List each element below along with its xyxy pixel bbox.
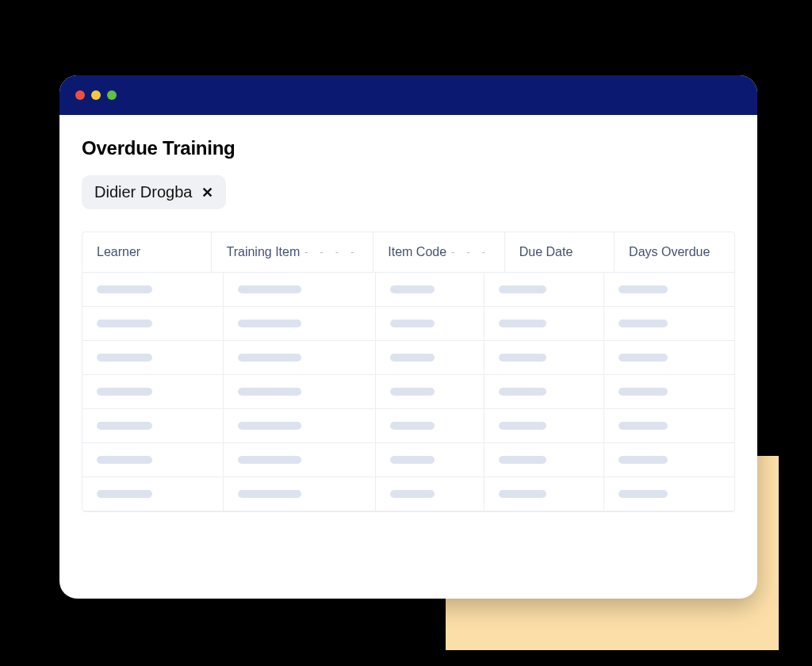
skeleton-placeholder: [97, 456, 152, 464]
window-zoom-dot[interactable]: [107, 90, 117, 100]
col-header-label: Item Code: [388, 245, 446, 259]
skeleton-placeholder: [619, 285, 668, 293]
table-cell: [604, 443, 734, 477]
skeleton-placeholder: [390, 422, 435, 430]
col-header-label: Learner: [97, 245, 140, 259]
skeleton-placeholder: [499, 354, 546, 362]
skeleton-placeholder: [619, 456, 668, 464]
skeleton-placeholder: [499, 285, 546, 293]
col-header-sort-icon: - - - -: [304, 247, 358, 258]
skeleton-placeholder: [390, 388, 435, 396]
skeleton-placeholder: [499, 422, 546, 430]
table-cell: [82, 273, 224, 307]
table-cell: [604, 409, 734, 443]
table-cell: [224, 409, 376, 443]
table-cell: [82, 443, 224, 477]
skeleton-placeholder: [499, 456, 546, 464]
table-cell: [485, 477, 604, 511]
skeleton-placeholder: [390, 490, 435, 498]
table-cell: [82, 409, 224, 443]
page-title: Overdue Training: [82, 137, 735, 159]
col-header-learner[interactable]: Learner: [82, 232, 212, 273]
col-header-due-date[interactable]: Due Date: [505, 232, 615, 273]
table-row[interactable]: [82, 375, 734, 409]
col-header-label: Training Item: [226, 245, 300, 259]
app-window: Overdue Training Didier Drogba ✕ Learner…: [59, 75, 757, 599]
skeleton-placeholder: [390, 456, 435, 464]
col-header-item-code[interactable]: Item Code - - -: [373, 232, 504, 273]
table-row[interactable]: [82, 409, 734, 443]
table-cell: [82, 341, 224, 375]
overdue-training-table: Learner Training Item - - - - Item Code …: [82, 232, 735, 512]
table-cell: [224, 477, 376, 511]
skeleton-placeholder: [238, 320, 301, 327]
table-cell: [82, 375, 224, 409]
table-cell: [224, 307, 376, 341]
skeleton-placeholder: [97, 354, 152, 362]
skeleton-placeholder: [619, 354, 668, 362]
table-row[interactable]: [82, 341, 734, 375]
skeleton-placeholder: [238, 422, 301, 430]
table-cell: [485, 375, 604, 409]
skeleton-placeholder: [619, 388, 668, 396]
table-cell: [604, 375, 734, 409]
col-header-training-item[interactable]: Training Item - - - -: [212, 232, 373, 273]
filter-chip-remove-icon[interactable]: ✕: [201, 186, 213, 200]
table-cell: [376, 477, 485, 511]
skeleton-placeholder: [97, 320, 152, 327]
skeleton-placeholder: [390, 354, 435, 362]
col-header-days-overdue[interactable]: Days Overdue: [615, 232, 734, 273]
window-titlebar: [59, 75, 757, 115]
filter-chip-label: Didier Drogba: [94, 183, 192, 201]
filter-chip-row: Didier Drogba ✕: [82, 175, 735, 209]
table-cell: [485, 273, 604, 307]
table-cell: [376, 307, 485, 341]
table-row[interactable]: [82, 273, 734, 307]
table-row[interactable]: [82, 307, 734, 341]
col-header-label: Due Date: [519, 245, 573, 259]
skeleton-placeholder: [238, 285, 301, 293]
table-row[interactable]: [82, 443, 734, 477]
table-cell: [485, 443, 604, 477]
table-cell: [485, 409, 604, 443]
window-close-dot[interactable]: [75, 90, 85, 100]
table-cell: [376, 273, 485, 307]
skeleton-placeholder: [499, 490, 546, 498]
table-cell: [224, 273, 376, 307]
table-cell: [224, 375, 376, 409]
table-cell: [376, 341, 485, 375]
skeleton-placeholder: [97, 388, 152, 396]
skeleton-placeholder: [499, 320, 546, 327]
skeleton-placeholder: [619, 490, 668, 498]
table-cell: [82, 307, 224, 341]
table-cell: [604, 477, 734, 511]
window-minimize-dot[interactable]: [91, 90, 101, 100]
table-cell: [604, 341, 734, 375]
skeleton-placeholder: [619, 422, 668, 430]
skeleton-placeholder: [390, 285, 435, 293]
table-cell: [376, 409, 485, 443]
table-body: [82, 273, 734, 511]
skeleton-placeholder: [238, 490, 301, 498]
skeleton-placeholder: [238, 456, 301, 464]
table-cell: [224, 341, 376, 375]
table-cell: [485, 307, 604, 341]
table-cell: [376, 375, 485, 409]
skeleton-placeholder: [619, 320, 668, 327]
table-cell: [485, 341, 604, 375]
skeleton-placeholder: [238, 388, 301, 396]
skeleton-placeholder: [97, 422, 152, 430]
skeleton-placeholder: [97, 490, 152, 498]
table-cell: [604, 307, 734, 341]
skeleton-placeholder: [97, 285, 152, 293]
window-content: Overdue Training Didier Drogba ✕ Learner…: [59, 115, 757, 512]
table-cell: [82, 477, 224, 511]
table-header-row: Learner Training Item - - - - Item Code …: [82, 232, 734, 273]
col-header-sort-icon: - - -: [451, 247, 490, 258]
table-row[interactable]: [82, 477, 734, 511]
table-cell: [224, 443, 376, 477]
filter-chip[interactable]: Didier Drogba ✕: [82, 175, 226, 209]
table-cell: [376, 443, 485, 477]
skeleton-placeholder: [238, 354, 301, 362]
table-cell: [604, 273, 734, 307]
